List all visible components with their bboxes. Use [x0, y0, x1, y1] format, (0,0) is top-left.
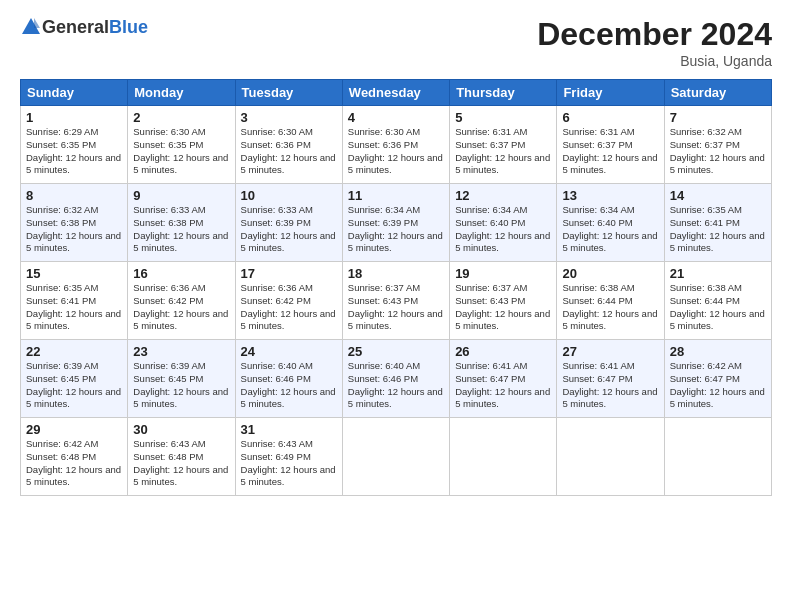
day-number: 19	[455, 266, 551, 281]
day-info: Sunrise: 6:32 AMSunset: 6:37 PMDaylight:…	[670, 126, 765, 175]
calendar-cell: 13 Sunrise: 6:34 AMSunset: 6:40 PMDaylig…	[557, 184, 664, 262]
col-saturday: Saturday	[664, 80, 771, 106]
day-number: 7	[670, 110, 766, 125]
day-number: 27	[562, 344, 658, 359]
logo: GeneralBlue	[20, 16, 148, 38]
calendar-week-row: 8 Sunrise: 6:32 AMSunset: 6:38 PMDayligh…	[21, 184, 772, 262]
calendar-cell: 1 Sunrise: 6:29 AMSunset: 6:35 PMDayligh…	[21, 106, 128, 184]
day-info: Sunrise: 6:41 AMSunset: 6:47 PMDaylight:…	[455, 360, 550, 409]
day-info: Sunrise: 6:43 AMSunset: 6:48 PMDaylight:…	[133, 438, 228, 487]
day-info: Sunrise: 6:36 AMSunset: 6:42 PMDaylight:…	[241, 282, 336, 331]
day-info: Sunrise: 6:38 AMSunset: 6:44 PMDaylight:…	[562, 282, 657, 331]
location: Busia, Uganda	[537, 53, 772, 69]
col-sunday: Sunday	[21, 80, 128, 106]
calendar-cell: 20 Sunrise: 6:38 AMSunset: 6:44 PMDaylig…	[557, 262, 664, 340]
day-info: Sunrise: 6:42 AMSunset: 6:48 PMDaylight:…	[26, 438, 121, 487]
day-info: Sunrise: 6:33 AMSunset: 6:39 PMDaylight:…	[241, 204, 336, 253]
day-number: 8	[26, 188, 122, 203]
day-number: 28	[670, 344, 766, 359]
calendar-cell: 11 Sunrise: 6:34 AMSunset: 6:39 PMDaylig…	[342, 184, 449, 262]
day-number: 15	[26, 266, 122, 281]
day-number: 23	[133, 344, 229, 359]
calendar-cell	[557, 418, 664, 496]
day-number: 1	[26, 110, 122, 125]
month-title: December 2024	[537, 16, 772, 53]
day-number: 6	[562, 110, 658, 125]
header: GeneralBlue December 2024 Busia, Uganda	[20, 16, 772, 69]
day-number: 17	[241, 266, 337, 281]
col-monday: Monday	[128, 80, 235, 106]
logo-general-text: General	[42, 17, 109, 38]
calendar-cell: 7 Sunrise: 6:32 AMSunset: 6:37 PMDayligh…	[664, 106, 771, 184]
day-info: Sunrise: 6:36 AMSunset: 6:42 PMDaylight:…	[133, 282, 228, 331]
col-wednesday: Wednesday	[342, 80, 449, 106]
calendar-cell: 21 Sunrise: 6:38 AMSunset: 6:44 PMDaylig…	[664, 262, 771, 340]
day-number: 13	[562, 188, 658, 203]
calendar-cell: 4 Sunrise: 6:30 AMSunset: 6:36 PMDayligh…	[342, 106, 449, 184]
day-info: Sunrise: 6:40 AMSunset: 6:46 PMDaylight:…	[348, 360, 443, 409]
day-info: Sunrise: 6:37 AMSunset: 6:43 PMDaylight:…	[455, 282, 550, 331]
day-info: Sunrise: 6:41 AMSunset: 6:47 PMDaylight:…	[562, 360, 657, 409]
day-info: Sunrise: 6:40 AMSunset: 6:46 PMDaylight:…	[241, 360, 336, 409]
calendar-week-row: 22 Sunrise: 6:39 AMSunset: 6:45 PMDaylig…	[21, 340, 772, 418]
calendar-cell: 26 Sunrise: 6:41 AMSunset: 6:47 PMDaylig…	[450, 340, 557, 418]
day-number: 2	[133, 110, 229, 125]
day-info: Sunrise: 6:33 AMSunset: 6:38 PMDaylight:…	[133, 204, 228, 253]
day-info: Sunrise: 6:43 AMSunset: 6:49 PMDaylight:…	[241, 438, 336, 487]
day-number: 26	[455, 344, 551, 359]
calendar-cell: 6 Sunrise: 6:31 AMSunset: 6:37 PMDayligh…	[557, 106, 664, 184]
day-info: Sunrise: 6:30 AMSunset: 6:36 PMDaylight:…	[348, 126, 443, 175]
calendar-cell: 24 Sunrise: 6:40 AMSunset: 6:46 PMDaylig…	[235, 340, 342, 418]
calendar-cell: 12 Sunrise: 6:34 AMSunset: 6:40 PMDaylig…	[450, 184, 557, 262]
day-info: Sunrise: 6:30 AMSunset: 6:35 PMDaylight:…	[133, 126, 228, 175]
calendar-cell: 23 Sunrise: 6:39 AMSunset: 6:45 PMDaylig…	[128, 340, 235, 418]
day-number: 9	[133, 188, 229, 203]
calendar-week-row: 1 Sunrise: 6:29 AMSunset: 6:35 PMDayligh…	[21, 106, 772, 184]
calendar-cell: 30 Sunrise: 6:43 AMSunset: 6:48 PMDaylig…	[128, 418, 235, 496]
day-info: Sunrise: 6:42 AMSunset: 6:47 PMDaylight:…	[670, 360, 765, 409]
day-number: 20	[562, 266, 658, 281]
day-info: Sunrise: 6:35 AMSunset: 6:41 PMDaylight:…	[670, 204, 765, 253]
day-info: Sunrise: 6:39 AMSunset: 6:45 PMDaylight:…	[133, 360, 228, 409]
title-area: December 2024 Busia, Uganda	[537, 16, 772, 69]
calendar-cell	[450, 418, 557, 496]
day-number: 4	[348, 110, 444, 125]
day-number: 24	[241, 344, 337, 359]
calendar-cell: 17 Sunrise: 6:36 AMSunset: 6:42 PMDaylig…	[235, 262, 342, 340]
day-info: Sunrise: 6:37 AMSunset: 6:43 PMDaylight:…	[348, 282, 443, 331]
day-info: Sunrise: 6:39 AMSunset: 6:45 PMDaylight:…	[26, 360, 121, 409]
svg-marker-1	[34, 18, 40, 28]
calendar-cell: 2 Sunrise: 6:30 AMSunset: 6:35 PMDayligh…	[128, 106, 235, 184]
col-tuesday: Tuesday	[235, 80, 342, 106]
day-number: 5	[455, 110, 551, 125]
calendar-cell: 16 Sunrise: 6:36 AMSunset: 6:42 PMDaylig…	[128, 262, 235, 340]
calendar-cell: 5 Sunrise: 6:31 AMSunset: 6:37 PMDayligh…	[450, 106, 557, 184]
day-info: Sunrise: 6:34 AMSunset: 6:40 PMDaylight:…	[562, 204, 657, 253]
day-info: Sunrise: 6:34 AMSunset: 6:39 PMDaylight:…	[348, 204, 443, 253]
calendar-cell	[342, 418, 449, 496]
col-thursday: Thursday	[450, 80, 557, 106]
calendar-cell: 29 Sunrise: 6:42 AMSunset: 6:48 PMDaylig…	[21, 418, 128, 496]
day-number: 18	[348, 266, 444, 281]
day-info: Sunrise: 6:31 AMSunset: 6:37 PMDaylight:…	[562, 126, 657, 175]
day-number: 16	[133, 266, 229, 281]
calendar-cell: 28 Sunrise: 6:42 AMSunset: 6:47 PMDaylig…	[664, 340, 771, 418]
day-number: 3	[241, 110, 337, 125]
calendar-cell	[664, 418, 771, 496]
day-number: 21	[670, 266, 766, 281]
day-info: Sunrise: 6:34 AMSunset: 6:40 PMDaylight:…	[455, 204, 550, 253]
calendar-cell: 19 Sunrise: 6:37 AMSunset: 6:43 PMDaylig…	[450, 262, 557, 340]
day-number: 11	[348, 188, 444, 203]
calendar-cell: 14 Sunrise: 6:35 AMSunset: 6:41 PMDaylig…	[664, 184, 771, 262]
calendar-week-row: 29 Sunrise: 6:42 AMSunset: 6:48 PMDaylig…	[21, 418, 772, 496]
day-info: Sunrise: 6:38 AMSunset: 6:44 PMDaylight:…	[670, 282, 765, 331]
calendar-cell: 15 Sunrise: 6:35 AMSunset: 6:41 PMDaylig…	[21, 262, 128, 340]
day-info: Sunrise: 6:30 AMSunset: 6:36 PMDaylight:…	[241, 126, 336, 175]
day-number: 25	[348, 344, 444, 359]
calendar-week-row: 15 Sunrise: 6:35 AMSunset: 6:41 PMDaylig…	[21, 262, 772, 340]
calendar-header-row: Sunday Monday Tuesday Wednesday Thursday…	[21, 80, 772, 106]
day-number: 30	[133, 422, 229, 437]
calendar-cell: 8 Sunrise: 6:32 AMSunset: 6:38 PMDayligh…	[21, 184, 128, 262]
calendar-cell: 10 Sunrise: 6:33 AMSunset: 6:39 PMDaylig…	[235, 184, 342, 262]
calendar: Sunday Monday Tuesday Wednesday Thursday…	[20, 79, 772, 496]
